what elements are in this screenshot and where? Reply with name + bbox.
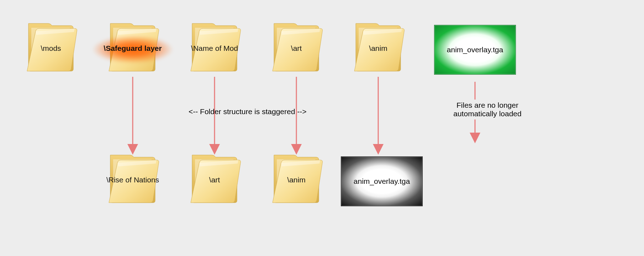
note-no-load: Files are no longer automatically loaded [441, 100, 534, 119]
folder-label-art-bottom: \art [209, 176, 220, 184]
folder-label-anim-top: \anim [369, 44, 387, 53]
folder-label-art-top: \art [291, 44, 302, 53]
folder-label-anim-bottom: \anim [287, 176, 305, 184]
note-no-load-line2: automatically loaded [453, 110, 521, 118]
folder-label-name-of-mod: \Name of Mod [191, 44, 238, 53]
folder-label-mods: \mods [41, 44, 61, 53]
folder-label-rise-of-nations: \Rise of Nations [106, 176, 159, 184]
note-no-load-line1: Files are no longer [456, 101, 518, 109]
folder-label-safeguard: \Safeguard layer [104, 44, 162, 53]
note-staggered: <-- Folder structure is staggered --> [189, 107, 306, 116]
